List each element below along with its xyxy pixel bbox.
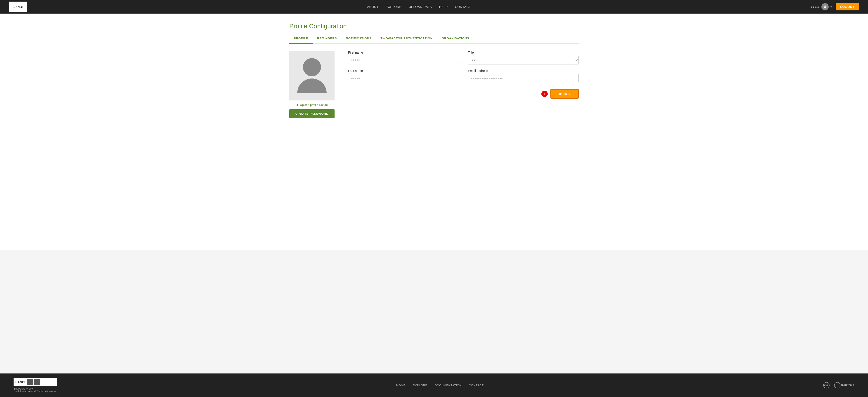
ids-logo: IDS xyxy=(823,382,830,389)
user-dropdown-arrow[interactable]: ▾ xyxy=(831,5,832,8)
footer-partners: IDS KARTOZA xyxy=(823,382,855,389)
footer-nav-explore[interactable]: EXPLORE xyxy=(413,384,428,387)
avatar-placeholder xyxy=(289,51,335,101)
nav-about[interactable]: ABOUT xyxy=(367,5,379,8)
tab-organisations[interactable]: ORGANISATIONS xyxy=(437,33,474,44)
footer-nav-contact[interactable]: CONTACT xyxy=(469,384,484,387)
profile-area: ⬆ Upload profile picture UPDATE PASSWORD… xyxy=(289,51,579,118)
profile-form: First name Title ●● Last name xyxy=(348,51,579,98)
sanbi-logo: SANBI xyxy=(9,2,27,12)
svg-point-0 xyxy=(825,5,826,7)
footer-nav-documentation[interactable]: DOCUMENTATION xyxy=(435,384,462,387)
title-label: Title xyxy=(468,51,579,54)
email-group: Email address xyxy=(468,69,579,82)
logout-button[interactable]: LOGOUT xyxy=(836,3,859,10)
last-name-label: Last name xyxy=(348,69,459,73)
email-input[interactable] xyxy=(468,74,579,82)
tab-two-factor[interactable]: TWO-FACTOR AUTHENTICATION xyxy=(376,33,437,44)
footer-nav: HOME EXPLORE DOCUMENTATION CONTACT xyxy=(396,384,484,387)
first-name-group: First name xyxy=(348,51,459,64)
user-info: ●●●●● ▾ xyxy=(811,3,832,10)
upload-profile-picture-link[interactable]: ⬆ Upload profile picture xyxy=(296,103,328,107)
avatar-person-icon xyxy=(297,58,327,93)
footer-sanbi-text: SANBI xyxy=(16,380,25,384)
avatar[interactable] xyxy=(822,3,829,10)
tab-reminders[interactable]: REMINDERS xyxy=(313,33,341,44)
header-nav: ABOUT EXPLORE UPLOAD DATA HELP CONTACT xyxy=(367,5,471,8)
footer-sanbi-logo-box: SANBI xyxy=(13,378,57,386)
update-password-button[interactable]: UPDATE PASSWORD xyxy=(289,109,335,118)
last-name-group: Last name xyxy=(348,69,459,82)
tab-notifications[interactable]: NOTIFICATIONS xyxy=(341,33,376,44)
spacer xyxy=(348,87,459,98)
logo-title: SANBI xyxy=(13,5,23,8)
tab-profile[interactable]: PROFILE xyxy=(289,33,313,44)
svg-point-3 xyxy=(834,382,840,388)
email-label: Email address xyxy=(468,69,579,73)
logo-area: SANBI xyxy=(9,2,27,12)
nav-explore[interactable]: EXPLORE xyxy=(386,5,402,8)
kartoza-logo: KARTOZA xyxy=(834,382,855,389)
upload-icon: ⬆ xyxy=(296,103,299,107)
title-group: Title ●● xyxy=(468,51,579,64)
main-content: Profile Configuration PROFILE REMINDERS … xyxy=(276,13,592,127)
last-name-input[interactable] xyxy=(348,74,459,82)
username-label: ●●●●● xyxy=(811,5,819,8)
first-name-input[interactable] xyxy=(348,56,459,64)
title-select[interactable]: ●● xyxy=(468,56,579,64)
footer-nav-home[interactable]: HOME xyxy=(396,384,405,387)
avatar-body xyxy=(297,79,327,93)
header: SANBI ABOUT EXPLORE UPLOAD DATA HELP CON… xyxy=(0,0,868,13)
footer-logo: SANBI Biodiversity for Life South Africa… xyxy=(13,378,57,393)
kartoza-label: KARTOZA xyxy=(841,384,855,387)
nav-help[interactable]: HELP xyxy=(439,5,448,8)
update-row: 1 UPDATE xyxy=(468,89,579,98)
footer-subtitle1: Biodiversity for Life xyxy=(13,388,57,390)
nav-upload-data[interactable]: UPLOAD DATA xyxy=(409,5,432,8)
upload-link-label: Upload profile picture xyxy=(300,103,328,107)
header-right: ●●●●● ▾ LOGOUT xyxy=(811,3,859,10)
svg-text:IDS: IDS xyxy=(824,384,828,387)
page-title: Profile Configuration xyxy=(289,23,579,30)
avatar-section: ⬆ Upload profile picture UPDATE PASSWORD xyxy=(289,51,335,118)
first-name-label: First name xyxy=(348,51,459,54)
avatar-head xyxy=(303,58,321,76)
update-button[interactable]: UPDATE xyxy=(550,89,579,98)
tab-bar: PROFILE REMINDERS NOTIFICATIONS TWO-FACT… xyxy=(289,33,579,44)
footer-subtitle2: South African National Biodiversity Inst… xyxy=(13,390,57,393)
step-badge: 1 xyxy=(541,91,548,97)
footer: SANBI Biodiversity for Life South Africa… xyxy=(0,373,868,397)
nav-contact[interactable]: CONTACT xyxy=(455,5,471,8)
